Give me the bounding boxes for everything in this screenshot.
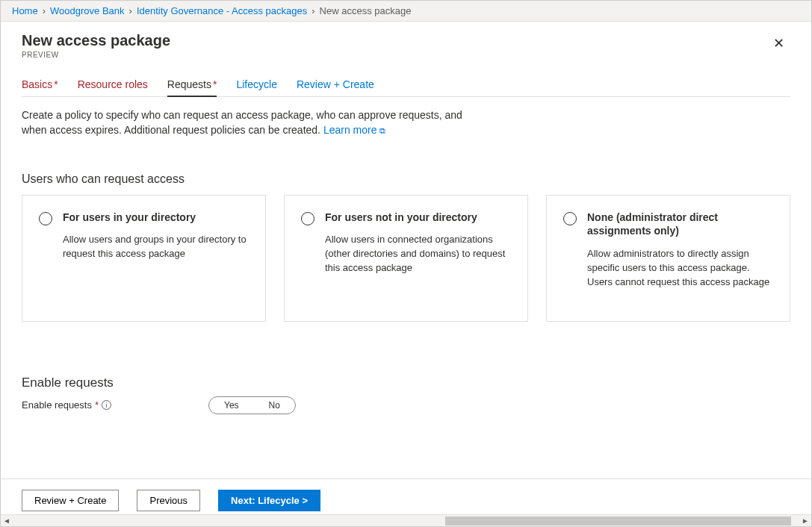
horizontal-scrollbar[interactable]: ◄ ► <box>1 514 811 526</box>
breadcrumb-current: New access package <box>320 5 412 16</box>
next-button[interactable]: Next: Lifecycle > <box>218 490 320 511</box>
section-users-request: Users who can request access <box>22 172 790 186</box>
scroll-right-icon[interactable]: ► <box>799 517 811 525</box>
section-enable-requests: Enable requests <box>22 375 790 390</box>
scroll-track[interactable] <box>13 516 799 526</box>
learn-more-link[interactable]: Learn more⧉ <box>323 124 385 136</box>
chevron-right-icon: › <box>43 5 46 16</box>
preview-label: PREVIEW <box>22 51 170 59</box>
enable-requests-row: Enable requests * i Yes No <box>22 396 790 414</box>
tab-review-create[interactable]: Review + Create <box>297 78 374 96</box>
scroll-left-icon[interactable]: ◄ <box>1 517 13 525</box>
radio-icon <box>39 212 52 225</box>
tab-resource-roles[interactable]: Resource roles <box>78 78 148 96</box>
toggle-yes[interactable]: Yes <box>209 397 254 414</box>
card-desc: Allow users in connected organizations (… <box>325 233 511 275</box>
card-title: None (administrator direct assignments o… <box>587 211 773 239</box>
footer-actions: Review + Create Previous Next: Lifecycle… <box>1 478 811 511</box>
breadcrumb: Home › Woodgrove Bank › Identity Governa… <box>1 1 811 22</box>
page-title: New access package <box>22 32 170 49</box>
card-none-admin[interactable]: None (administrator direct assignments o… <box>546 195 790 322</box>
tabs-bar: Basics* Resource roles Requests* Lifecyc… <box>22 78 790 97</box>
review-create-button[interactable]: Review + Create <box>22 490 119 511</box>
card-title: For users in your directory <box>63 211 249 225</box>
page-header: New access package PREVIEW ✕ <box>1 22 811 59</box>
radio-icon <box>301 212 314 225</box>
breadcrumb-link[interactable]: Woodgrove Bank <box>50 5 125 16</box>
close-icon: ✕ <box>773 36 784 51</box>
card-desc: Allow users and groups in your directory… <box>63 233 249 261</box>
external-link-icon: ⧉ <box>379 126 385 135</box>
tab-lifecycle[interactable]: Lifecycle <box>236 78 276 96</box>
card-users-in-directory[interactable]: For users in your directory Allow users … <box>22 195 266 322</box>
enable-requests-toggle[interactable]: Yes No <box>208 396 296 414</box>
request-option-cards: For users in your directory Allow users … <box>22 195 790 322</box>
breadcrumb-link[interactable]: Home <box>12 5 38 16</box>
card-users-not-in-directory[interactable]: For users not in your directory Allow us… <box>284 195 528 322</box>
tab-basics[interactable]: Basics* <box>22 78 58 96</box>
card-title: For users not in your directory <box>325 211 511 225</box>
radio-icon <box>563 212 577 225</box>
close-button[interactable]: ✕ <box>767 32 790 54</box>
tab-requests[interactable]: Requests* <box>167 78 217 96</box>
chevron-right-icon: › <box>129 5 132 16</box>
card-desc: Allow administrators to directly assign … <box>587 247 773 290</box>
toggle-no[interactable]: No <box>254 397 295 414</box>
scroll-thumb[interactable] <box>445 517 791 526</box>
tab-description: Create a policy to specify who can reque… <box>22 107 485 138</box>
chevron-right-icon: › <box>312 5 314 16</box>
previous-button[interactable]: Previous <box>137 490 200 511</box>
enable-requests-label: Enable requests * i <box>22 399 208 411</box>
breadcrumb-link[interactable]: Identity Governance - Access packages <box>137 5 307 16</box>
info-icon[interactable]: i <box>102 400 111 410</box>
